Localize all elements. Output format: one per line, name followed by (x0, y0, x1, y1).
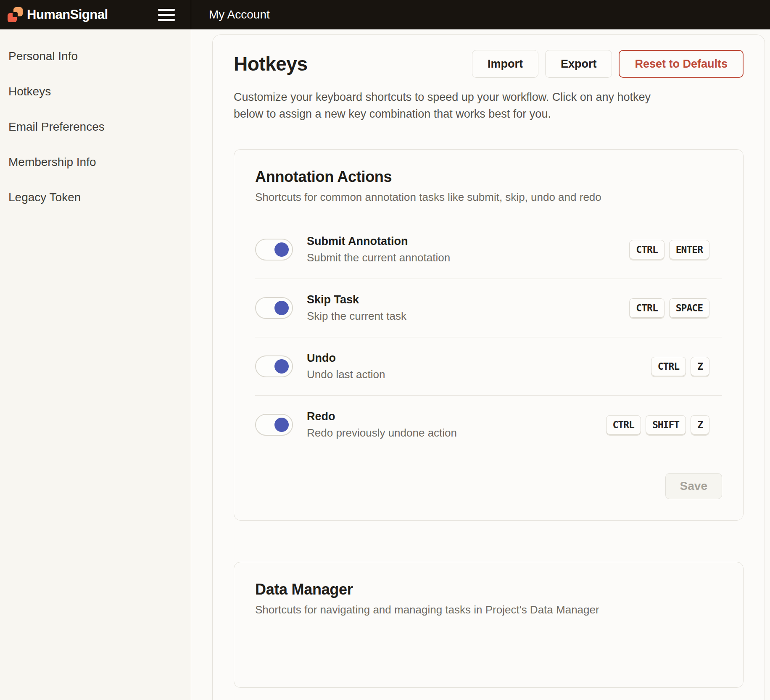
sidebar-item-legacy-token[interactable]: Legacy Token (0, 180, 191, 215)
sidebar-item-email-preferences[interactable]: Email Preferences (0, 109, 191, 145)
hotkey-row-description: Skip the current task (307, 310, 406, 323)
brand-logo[interactable]: HumanSignal (8, 7, 108, 22)
hotkey-key-chip[interactable]: Z (691, 357, 709, 376)
hotkey-toggle[interactable] (255, 355, 293, 377)
hotkey-key-chip[interactable]: SPACE (669, 298, 709, 318)
hotkey-chips: CTRLSHIFTZ (606, 415, 710, 434)
save-row: Save (255, 473, 722, 499)
annotation-actions-section: Annotation Actions Shortcuts for common … (234, 149, 744, 521)
hotkey-row-description: Redo previously undone action (307, 426, 457, 439)
export-button[interactable]: Export (545, 50, 612, 78)
hotkey-row-text: Undo Undo last action (307, 352, 385, 381)
hotkey-row-description: Undo last action (307, 368, 385, 381)
sidebar-item-personal-info[interactable]: Personal Info (0, 39, 191, 74)
hotkey-key-chip[interactable]: CTRL (629, 240, 664, 259)
hotkey-rows: Submit Annotation Submit the current ann… (255, 221, 722, 454)
hotkeys-page-card: Hotkeys Import Export Reset to Defaults … (212, 34, 765, 700)
hotkey-chips: CTRLENTER (629, 240, 709, 259)
hotkey-toggle[interactable] (255, 414, 293, 436)
page-header: Hotkeys Import Export Reset to Defaults (234, 50, 744, 78)
hotkey-chips: CTRLSPACE (629, 298, 709, 318)
topbar-sidebar-section: HumanSignal (0, 0, 191, 29)
hotkey-chips: CTRLZ (651, 357, 709, 376)
top-bar: HumanSignal My Account (0, 0, 770, 29)
reset-to-defaults-button[interactable]: Reset to Defaults (619, 50, 744, 78)
header-actions: Import Export Reset to Defaults (472, 50, 744, 78)
hotkey-row-text: Skip Task Skip the current task (307, 293, 406, 323)
hotkey-row-text: Redo Redo previously undone action (307, 410, 457, 439)
section-title: Data Manager (255, 581, 722, 598)
hotkey-row-title: Submit Annotation (307, 235, 450, 248)
hamburger-menu-icon[interactable] (158, 9, 175, 21)
save-button[interactable]: Save (665, 473, 722, 499)
main-content: Hotkeys Import Export Reset to Defaults … (191, 29, 770, 700)
section-subtitle: Shortcuts for common annotation tasks li… (255, 191, 722, 204)
hotkey-toggle[interactable] (255, 297, 293, 319)
account-sidebar: Personal InfoHotkeysEmail PreferencesMem… (0, 29, 191, 700)
section-title: Annotation Actions (255, 168, 722, 186)
data-manager-section: Data Manager Shortcuts for navigating an… (234, 562, 744, 688)
hotkey-key-chip[interactable]: Z (691, 415, 709, 434)
hotkey-row-title: Skip Task (307, 293, 406, 306)
hotkey-toggle[interactable] (255, 239, 293, 261)
hotkey-row: Skip Task Skip the current task CTRLSPAC… (255, 279, 722, 337)
page-title-topbar: My Account (191, 0, 270, 29)
hotkey-row: Undo Undo last action CTRLZ (255, 337, 722, 395)
app-shell: Personal InfoHotkeysEmail PreferencesMem… (0, 29, 770, 700)
hotkey-row-title: Undo (307, 352, 385, 365)
brand-name: HumanSignal (27, 7, 108, 22)
hotkey-key-chip[interactable]: CTRL (629, 298, 664, 318)
import-button[interactable]: Import (472, 50, 538, 78)
sidebar-item-hotkeys[interactable]: Hotkeys (0, 74, 191, 109)
page-title: Hotkeys (234, 53, 307, 75)
page-description: Customize your keyboard shortcuts to spe… (234, 89, 681, 122)
hotkey-key-chip[interactable]: SHIFT (646, 415, 686, 434)
sidebar-item-membership-info[interactable]: Membership Info (0, 145, 191, 180)
hotkey-row: Submit Annotation Submit the current ann… (255, 221, 722, 279)
humansignal-logo-mark-icon (8, 7, 23, 22)
hotkey-row: Redo Redo previously undone action CTRLS… (255, 395, 722, 454)
section-subtitle: Shortcuts for navigating and managing ta… (255, 603, 722, 616)
hotkey-row-title: Redo (307, 410, 457, 423)
hotkey-key-chip[interactable]: CTRL (606, 415, 641, 434)
hotkey-row-text: Submit Annotation Submit the current ann… (307, 235, 450, 264)
hotkey-key-chip[interactable]: ENTER (669, 240, 709, 259)
hotkey-row-description: Submit the current annotation (307, 251, 450, 264)
hotkey-key-chip[interactable]: CTRL (651, 357, 686, 376)
